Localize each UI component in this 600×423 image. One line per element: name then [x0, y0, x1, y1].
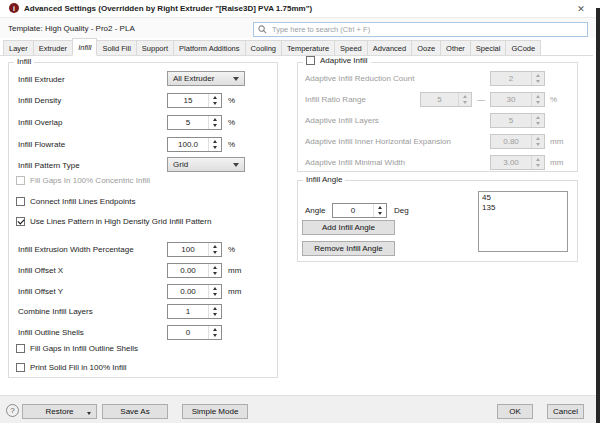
simple-mode-button[interactable]: Simple Mode [182, 404, 248, 419]
infill-ratio-min-value: 5 [421, 93, 458, 106]
checkbox-use-lines-pattern[interactable]: Use Lines Pattern in High Density Grid I… [16, 217, 211, 226]
infill-pattern-select[interactable]: Grid [167, 157, 245, 172]
infill-overlap-label: Infill Overlap [18, 118, 62, 127]
tab-other[interactable]: Other [440, 40, 471, 55]
infill-extruder-select[interactable]: All Extruder [167, 71, 245, 86]
add-infill-angle-button[interactable]: Add Infill Angle [302, 220, 395, 235]
tab-platform-additions[interactable]: Platform Additions [173, 40, 245, 55]
infill-extrusion-width-unit: % [228, 245, 235, 254]
infill-offset-y-value: 0.00 [168, 285, 208, 298]
angle-value: 0 [333, 204, 373, 217]
checkbox-box [306, 56, 315, 65]
infill-extrusion-width-input[interactable]: 100 [167, 242, 222, 257]
infill-density-unit: % [228, 96, 235, 105]
tab-cooling[interactable]: Cooling [245, 40, 282, 55]
infill-offset-y-input[interactable]: 0.00 [167, 284, 222, 299]
spinner-arrows[interactable] [208, 285, 221, 298]
remove-infill-angle-button[interactable]: Remove Infill Angle [302, 241, 395, 256]
infill-offset-y-label: Infill Offset Y [18, 287, 63, 296]
spinner-arrows [531, 135, 544, 148]
adaptive-inner-expansion-value: 0.80 [491, 135, 531, 148]
infill-extrusion-width-label: Infill Extrusion Width Percentage [18, 245, 134, 254]
adaptive-inner-expansion-input: 0.80 [490, 134, 545, 149]
checkbox-fill-gaps-outline-shells[interactable]: Fill Gaps in Infill Outline Shells [16, 344, 138, 353]
infill-overlap-unit: % [228, 118, 235, 127]
adaptive-minimal-width-input: 3.00 [490, 155, 545, 170]
spinner-arrows[interactable] [373, 204, 386, 217]
infill-ratio-max-value: 30 [491, 93, 531, 106]
infill-flowrate-input[interactable]: 100.0 [167, 137, 222, 152]
combine-infill-layers-input[interactable]: 1 [167, 304, 222, 319]
tab-infill[interactable]: Infill [72, 38, 97, 56]
close-icon[interactable]: ✕ [572, 1, 590, 16]
infill-density-value: 15 [168, 94, 208, 107]
help-icon[interactable]: ? [6, 404, 19, 417]
cancel-button[interactable]: Cancel [547, 404, 584, 419]
spinner-arrows[interactable] [208, 138, 221, 151]
checkbox-box [16, 176, 25, 185]
infill-offset-x-unit: mm [228, 266, 241, 275]
checkbox-connect-infill-endpoints[interactable]: Connect Infill Lines Endpoints [16, 197, 135, 206]
save-as-button[interactable]: Save As [102, 404, 168, 419]
tab-layer[interactable]: Layer [3, 40, 34, 55]
adaptive-minimal-width-unit: mm [550, 158, 563, 167]
spinner-arrows [531, 72, 544, 85]
simple-mode-label: Simple Mode [192, 407, 239, 416]
background-app-edge [596, 8, 600, 423]
spinner-arrows [531, 93, 544, 106]
spinner-arrows[interactable] [208, 326, 221, 339]
spinner-arrows[interactable] [208, 264, 221, 277]
spinner-arrows[interactable] [208, 116, 221, 129]
tab-special[interactable]: Special [470, 40, 507, 55]
adaptive-layers-value: 5 [491, 114, 531, 127]
advanced-settings-dialog: Advanced Settings (Overridden by Right E… [0, 0, 600, 423]
adaptive-layers-input: 5 [490, 113, 545, 128]
search-box[interactable] [253, 22, 588, 37]
spinner-arrows[interactable] [208, 94, 221, 107]
template-bar: Template: High Quality - Pro2 - PLA [0, 17, 600, 38]
spinner-arrows[interactable] [208, 243, 221, 256]
tab-ooze[interactable]: Ooze [411, 40, 441, 55]
infill-overlap-input[interactable]: 5 [167, 115, 222, 130]
angle-list-item[interactable]: 135 [479, 203, 567, 213]
infill-outline-shells-input[interactable]: 0 [167, 325, 222, 340]
adaptive-reduction-count-input: 2 [490, 71, 545, 86]
window-title: Advanced Settings (Overridden by Right E… [24, 0, 312, 17]
save-as-label: Save As [120, 407, 149, 416]
adaptive-layers-label: Adaptive Infill Layers [305, 116, 379, 125]
checkbox-box [16, 197, 25, 206]
infill-density-input[interactable]: 15 [167, 93, 222, 108]
infill-ratio-max-input: 30 [490, 92, 545, 107]
checkbox-adaptive-infill[interactable]: Adaptive Infill [303, 56, 371, 65]
chevron-down-icon [233, 163, 239, 167]
tab-gcode[interactable]: GCode [505, 40, 541, 55]
angle-list-item[interactable]: 45 [479, 193, 567, 203]
ok-label: OK [509, 407, 521, 416]
tab-extruder[interactable]: Extruder [33, 40, 73, 55]
adaptive-reduction-count-value: 2 [491, 72, 531, 85]
tab-temperature[interactable]: Temperature [281, 40, 335, 55]
tab-advanced[interactable]: Advanced [367, 40, 412, 55]
search-input[interactable] [270, 24, 583, 35]
checkbox-print-solid-fill-100[interactable]: Print Solid Fill in 100% Infill [16, 363, 126, 372]
spinner-arrows[interactable] [208, 305, 221, 318]
adaptive-inner-expansion-unit: mm [550, 137, 563, 146]
restore-button[interactable]: Restore [22, 404, 97, 419]
infill-offset-x-label: Infill Offset X [18, 266, 63, 275]
spinner-arrows [531, 114, 544, 127]
angle-input[interactable]: 0 [332, 203, 387, 218]
checkbox-label: Connect Infill Lines Endpoints [30, 197, 135, 206]
spinner-arrows [531, 156, 544, 169]
chevron-down-icon[interactable] [87, 412, 91, 415]
infill-offset-x-input[interactable]: 0.00 [167, 263, 222, 278]
ok-button[interactable]: OK [497, 404, 533, 419]
infill-offset-x-value: 0.00 [168, 264, 208, 277]
tab-support[interactable]: Support [136, 40, 174, 55]
infill-flowrate-label: Infill Flowrate [18, 140, 65, 149]
restore-label: Restore [45, 407, 73, 416]
checkbox-fill-gaps-concentric: Fill Gaps In 100% Concentric Infill [16, 176, 150, 185]
tab-solid-fill[interactable]: Solid Fill [96, 40, 136, 55]
tab-speed[interactable]: Speed [334, 40, 368, 55]
adaptive-infill-group-title: Adaptive Infill [320, 56, 368, 65]
infill-angle-list[interactable]: 45 135 [478, 191, 568, 252]
